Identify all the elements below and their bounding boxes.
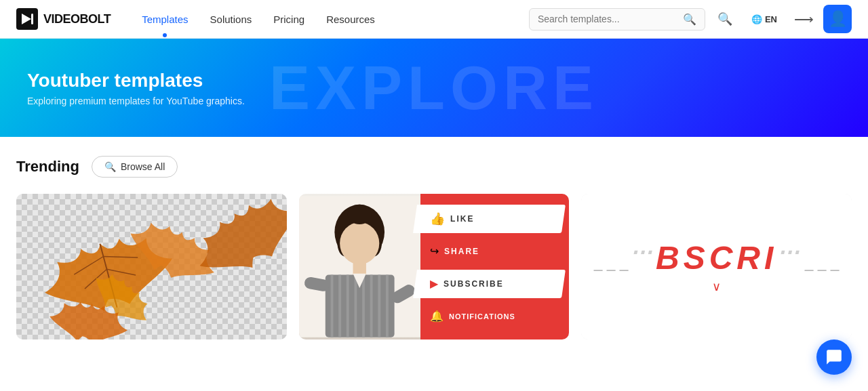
trending-header: Trending 🔍 Browse All <box>16 156 852 178</box>
cards-grid: 👍 LIKE ↪ SHARE ▶ SUBSCRIBE <box>16 194 852 339</box>
arrow-down: ∨ <box>712 279 721 294</box>
share-item: ↪ SHARE <box>420 239 569 264</box>
search-bar[interactable]: 🔍 <box>529 8 705 30</box>
nav-templates[interactable]: Templates <box>132 8 197 30</box>
svg-point-12 <box>340 222 379 264</box>
svg-rect-27 <box>354 276 365 323</box>
brand-name: VIDEOBOLT <box>43 12 111 26</box>
search-input[interactable] <box>538 14 677 24</box>
needle-right: ⚊ ⚊ ⚊ <box>804 260 840 274</box>
hero-title: Youtuber templates <box>27 70 841 91</box>
search-button[interactable]: 🔍 <box>712 6 738 32</box>
leaves-svg <box>16 194 287 339</box>
template-card-text[interactable]: ⚊ ⚊ ⚊ ⋯ BSCRI ⋯ ∨ ⚊ ⚊ <box>581 194 852 339</box>
nav-links: Templates Solutions Pricing Resources <box>132 8 529 30</box>
hero-subtitle: Exploring premium templates for YouTube … <box>27 96 841 106</box>
login-button[interactable]: ⟶ <box>791 6 816 32</box>
logo[interactable]: VIDEOBOLT <box>16 8 111 30</box>
signup-icon: 👤 <box>829 10 847 28</box>
notifications-item: 🔔 NOTIFICATIONS <box>420 304 569 329</box>
needle-left: ⚊ ⚊ ⚊ <box>593 260 629 274</box>
browse-all-label: Browse All <box>121 161 165 172</box>
like-item: 👍 LIKE <box>420 205 569 233</box>
browse-all-button[interactable]: 🔍 Browse All <box>92 156 178 178</box>
svg-rect-2 <box>31 14 33 24</box>
svg-point-13 <box>347 205 371 224</box>
person-silhouette <box>299 194 420 339</box>
subscribe-main-text: ⋯ BSCRI ⋯ <box>630 239 803 276</box>
nav-resources[interactable]: Resources <box>317 8 384 30</box>
search-icon: 🔍 <box>683 13 696 26</box>
globe-icon: 🌐 <box>751 14 762 24</box>
template-card-leaves[interactable] <box>16 194 287 339</box>
nav-solutions[interactable]: Solutions <box>201 8 262 30</box>
trending-section: Trending 🔍 Browse All <box>0 137 868 339</box>
search-icon-btn: 🔍 <box>717 12 732 26</box>
person-area <box>299 194 420 339</box>
card-text-inner: ⚊ ⚊ ⚊ ⋯ BSCRI ⋯ ∨ ⚊ ⚊ <box>581 194 852 339</box>
navbar: VIDEOBOLT Templates Solutions Pricing Re… <box>0 0 868 39</box>
subscribe-text-group: ⚊ ⚊ ⚊ ⋯ BSCRI ⋯ ∨ ⚊ ⚊ <box>630 239 803 294</box>
card-subscribe-inner: 👍 LIKE ↪ SHARE ▶ SUBSCRIBE <box>299 194 570 339</box>
login-icon: ⟶ <box>794 11 814 27</box>
hero-banner: EXPLORE Youtuber templates Exploring pre… <box>0 39 868 137</box>
subscribe-item: ▶ SUBSCRIBE <box>420 270 569 298</box>
signup-button[interactable]: 👤 <box>823 5 852 33</box>
nav-right: 🔍 🔍 🌐 EN ⟶ 👤 <box>529 5 852 33</box>
subscribe-text: BSCRI <box>656 239 777 276</box>
subscribe-panels: 👍 LIKE ↪ SHARE ▶ SUBSCRIBE <box>420 194 569 339</box>
trending-title: Trending <box>16 158 79 176</box>
language-button[interactable]: 🌐 EN <box>745 10 784 28</box>
card-leaves-inner <box>16 194 287 339</box>
language-label: EN <box>765 14 777 24</box>
browse-search-icon: 🔍 <box>104 161 116 172</box>
nav-pricing[interactable]: Pricing <box>264 8 314 30</box>
template-card-subscribe[interactable]: 👍 LIKE ↪ SHARE ▶ SUBSCRIBE <box>299 194 570 339</box>
